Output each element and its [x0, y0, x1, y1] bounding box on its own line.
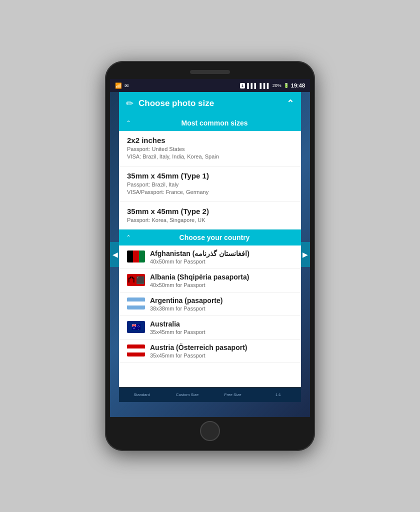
country-size: 38x38mm for Passport [150, 306, 293, 312]
mail-icon: ✉ [124, 83, 128, 88]
country-name: Argentina (pasaporte) [150, 296, 293, 304]
time-display: 19:48 [291, 82, 305, 88]
size-desc: Passport: Brazil, Italy [127, 181, 293, 188]
country-name: Afghanistan (افغانستان گذرنامه) [150, 250, 293, 258]
size-desc: Passport: United States [127, 146, 293, 153]
phone-home-button[interactable] [200, 421, 220, 441]
country-info: Albania (Shqipëria pasaporta) 40x50mm fo… [150, 273, 293, 288]
flag-albania: ⛫ [127, 274, 145, 286]
country-info: Afghanistan (افغانستان گذرنامه) 40x50mm … [150, 250, 293, 264]
country-info: Australia 35x45mm for Passport [150, 320, 293, 335]
tab-free-size[interactable]: Free Size [210, 392, 256, 398]
size-desc-2: VISA/Passport: France, Germany [127, 188, 293, 196]
country-size: 35x45mm for Passport [150, 352, 293, 358]
country-name: Austria (Österreich pasaport) [150, 344, 293, 352]
list-item[interactable]: Austria (Österreich pasaport) 35x45mm fo… [119, 340, 301, 363]
battery-icon: 🔋 [284, 83, 289, 88]
status-bar: 📶 ✉ 1 ▌▌▌ ▌▌▌ 20% 🔋 19:48 [110, 79, 310, 92]
tab-ratio[interactable]: 1:1 [256, 392, 301, 398]
nav-arrow-right[interactable]: ▶ [300, 242, 310, 267]
size-name: 2x2 inches [127, 136, 293, 144]
tab-standard[interactable]: Standard [119, 392, 164, 398]
country-name: Australia [150, 320, 293, 328]
country-size: 35x45mm for Passport [150, 329, 293, 335]
section-arrow-icon: ⌃ [126, 120, 131, 126]
modal-header-left: ✏ Choose photo size [126, 98, 214, 109]
country-info: Argentina (pasaporte) 38x38mm for Passpo… [150, 296, 293, 312]
camera-crop-icon: ✏ [126, 98, 134, 109]
list-item[interactable]: ⛫ Albania (Shqipëria pasaporta) 40x50mm … [119, 269, 301, 292]
modal-header: ✏ Choose photo size ⌃ [119, 92, 301, 115]
signal-icon-2: ▌▌▌ [260, 83, 270, 88]
signal-icon: ▌▌▌ [247, 83, 258, 88]
list-item[interactable]: 35mm x 45mm (Type 2) Passport: Korea, Si… [119, 202, 301, 230]
country-size: 40x50mm for Passport [150, 282, 293, 288]
photo-size-modal: ✏ Choose photo size ⌃ ⌃ Most common size… [119, 92, 301, 402]
size-desc: Passport: Korea, Singapore, UK [127, 216, 293, 224]
modal-scroll-content[interactable]: ⌃ Most common sizes 2x2 inches Passport:… [119, 115, 301, 387]
country-name: Albania (Shqipëria pasaporta) [150, 273, 293, 281]
modal-title: Choose photo size [138, 98, 214, 108]
flag-austria [127, 344, 145, 356]
tab-custom-size[interactable]: Custom Size [164, 392, 210, 398]
size-name: 35mm x 45mm (Type 1) [127, 172, 293, 180]
countries-label: Choose your country [135, 234, 294, 242]
list-item[interactable]: Argentina (pasaporte) 38x38mm for Passpo… [119, 292, 301, 316]
country-info: Austria (Österreich pasaport) 35x45mm fo… [150, 344, 293, 358]
phone-speaker [190, 70, 230, 74]
size-desc-2: VISA: Brazil, Italy, India, Korea, Spain [127, 153, 293, 160]
phone-screen: 📶 ✉ 1 ▌▌▌ ▌▌▌ 20% 🔋 19:48 ◀ ▶ [110, 79, 310, 417]
chevron-up-icon[interactable]: ⌃ [286, 98, 294, 109]
list-item[interactable]: Afghanistan (افغانستان گذرنامه) 40x50mm … [119, 246, 301, 269]
common-sizes-label: Most common sizes [135, 119, 294, 127]
nav-arrow-left[interactable]: ◀ [110, 242, 120, 267]
wifi-icon: 📶 [115, 82, 122, 89]
list-item[interactable]: 35mm x 45mm (Type 1) Passport: Brazil, I… [119, 166, 301, 202]
battery-percentage: 20% [272, 83, 282, 88]
list-item[interactable]: 2x2 inches Passport: United States VISA:… [119, 131, 301, 166]
flag-argentina [127, 298, 145, 310]
status-left-icons: 📶 ✉ [115, 82, 128, 89]
list-item[interactable]: 🇦🇺 Australia 35x45mm for Passport [119, 316, 301, 340]
app-background: ◀ ▶ ✏ Choose photo size ⌃ [110, 92, 310, 417]
country-size: 40x50mm for Passport [150, 258, 293, 264]
size-name: 35mm x 45mm (Type 2) [127, 207, 293, 216]
common-sizes-section-header[interactable]: ⌃ Most common sizes [119, 115, 301, 131]
sim-badge: 1 [240, 83, 245, 88]
flag-afghanistan [127, 250, 145, 262]
flag-australia: 🇦🇺 [127, 321, 145, 333]
section-arrow-icon-2: ⌃ [126, 234, 131, 241]
status-right-icons: 1 ▌▌▌ ▌▌▌ 20% 🔋 19:48 [240, 82, 305, 88]
phone-shell: 📶 ✉ 1 ▌▌▌ ▌▌▌ 20% 🔋 19:48 ◀ ▶ [105, 61, 315, 451]
bottom-tab-bar: Standard Custom Size Free Size 1:1 [119, 387, 301, 402]
countries-section-header[interactable]: ⌃ Choose your country [119, 230, 301, 246]
